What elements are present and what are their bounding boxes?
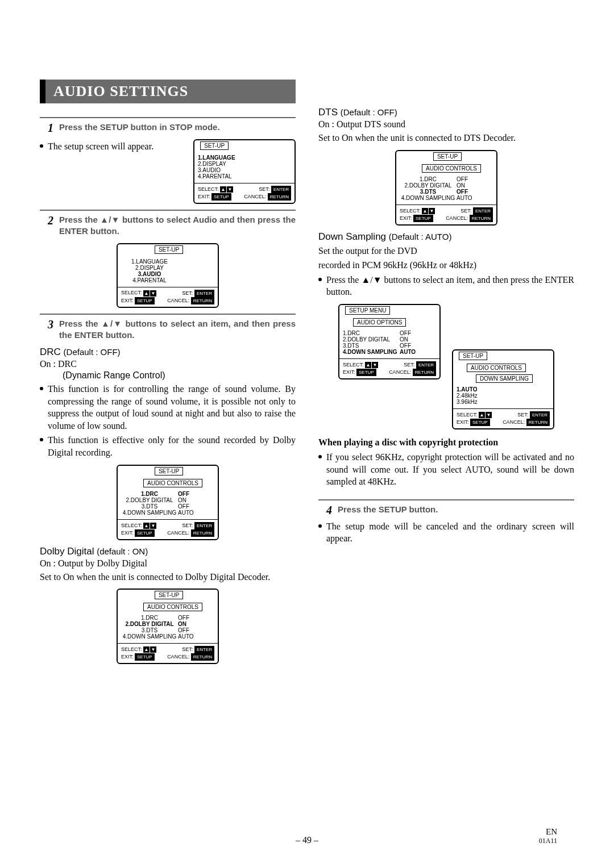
drc-sub: (Dynamic Range Control) [63, 370, 296, 381]
step-3-text: Press the ▲/▼ buttons to select an item,… [59, 318, 296, 341]
step-4-text: Press the SETUP button. [338, 504, 574, 515]
page-number: – 49 – [0, 835, 614, 845]
dolby-heading: Dolby Digital (default : ON) [40, 546, 296, 557]
osd-audio-down: SETUP MENU AUDIO OPTIONS 1.DRCOFF 2.DOLB… [338, 303, 441, 379]
step-number: 2 [40, 214, 53, 227]
down-p2: recorded in PCM 96kHz (96kHz or 48kHz) [318, 259, 574, 272]
step-number: 3 [40, 318, 53, 331]
after-step1-text: The setup screen will appear. [40, 140, 188, 153]
step-2-text: Press the ▲/▼ buttons to select Audio an… [59, 214, 296, 237]
osd-down-sampling-sub: SET-UP AUDIO CONTROLS DOWN SAMPLING 1.AU… [452, 348, 554, 429]
step-2: 2 Press the ▲/▼ buttons to select Audio … [40, 214, 296, 237]
dts-on: On : Output DTS sound [318, 119, 574, 130]
step-1-text: Press the SETUP button in STOP mode. [59, 122, 296, 133]
drc-on: On : DRC [40, 359, 296, 369]
step-number: 4 [318, 504, 332, 517]
step-number: 1 [40, 122, 53, 135]
left-column: AUDIO SETTINGS 1 Press the SETUP button … [40, 80, 296, 670]
dolby-p1: Set to On when the unit is connected to … [40, 571, 296, 583]
copyright-p: If you select 96KHz, copyright protectio… [318, 451, 574, 488]
osd-audio-dolby: SET-UP AUDIO CONTROLS 1.DRCOFF 2.DOLBY D… [117, 587, 219, 664]
osd-audio-drc: SET-UP AUDIO CONTROLS 1.DRCOFF 2.DOLBY D… [117, 464, 219, 540]
osd-setup-main-1: SET-UP 1.LANGUAGE 2.DISPLAY 3.AUDIO 4.PA… [193, 138, 296, 204]
down-p1: Set the output for the DVD [318, 245, 574, 257]
drc-p2: This function is effective only for the … [40, 434, 296, 458]
step-1: 1 Press the SETUP button in STOP mode. [40, 122, 296, 135]
page-title: AUDIO SETTINGS [40, 80, 296, 103]
copyright-head: When playing a disc with copyright prote… [318, 437, 574, 448]
dolby-on: On : Output by Dolby Digital [40, 558, 296, 569]
after-step4-text: The setup mode will be canceled and the … [318, 520, 574, 545]
dts-p1: Set to On when the unit is connected to … [318, 132, 574, 144]
drc-p1: This function is for controlling the ran… [40, 383, 296, 432]
step-3: 3 Press the ▲/▼ buttons to select an ite… [40, 318, 296, 341]
drc-heading: DRC (Default : OFF) [40, 347, 296, 358]
dts-heading: DTS (Default : OFF) [318, 107, 574, 118]
right-column: DTS (Default : OFF) On : Output DTS soun… [318, 80, 574, 670]
step-4: 4 Press the SETUP button. [318, 504, 574, 517]
down-bul: Press the ▲/▼ buttons to select an item,… [318, 274, 574, 298]
down-heading: Down Sampling (Default : AUTO) [318, 231, 574, 243]
osd-setup-main-2: SET-UP 1.LANGUAGE 2.DISPLAY 3.AUDIO 4.PA… [117, 242, 219, 308]
manual-page: AUDIO SETTINGS 1 Press the SETUP button … [0, 0, 614, 868]
footer-right: EN 01A11 [539, 827, 557, 845]
osd-audio-dts: SET-UP AUDIO CONTROLS 1.DRCOFF 2.DOLBY D… [395, 149, 497, 226]
